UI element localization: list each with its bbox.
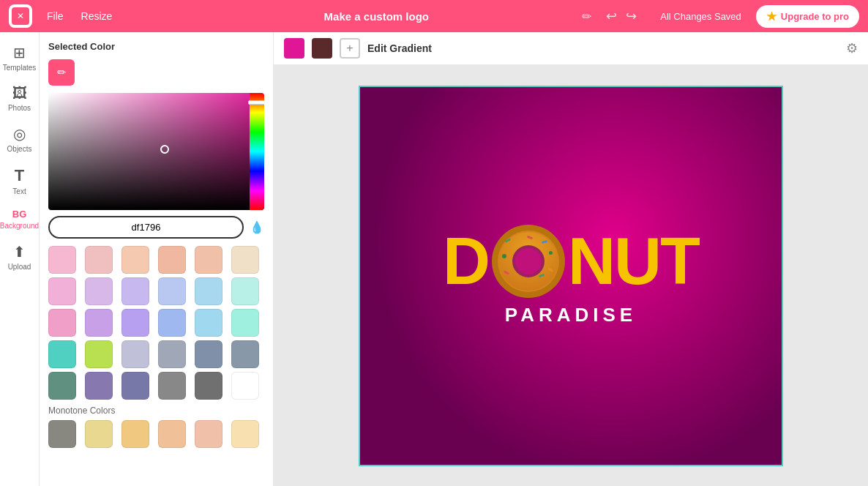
color-swatch[interactable] bbox=[158, 277, 186, 305]
logo-icon bbox=[12, 7, 29, 25]
objects-label: Objects bbox=[7, 145, 32, 153]
color-swatch[interactable] bbox=[158, 340, 186, 368]
edit-title-icon[interactable]: ✏ bbox=[582, 10, 591, 23]
color-swatch[interactable] bbox=[195, 309, 222, 337]
color-swatch[interactable] bbox=[158, 309, 186, 337]
monotone-swatch[interactable] bbox=[158, 420, 186, 448]
pencil-button[interactable]: ✏ bbox=[48, 59, 75, 86]
hue-strip[interactable] bbox=[250, 93, 264, 210]
color-panel: Selected Color ✏ 💧 Monotone Colors bbox=[40, 32, 274, 486]
color-swatch[interactable] bbox=[158, 246, 186, 274]
topbar-nav: File Resize bbox=[47, 10, 112, 22]
text-label: Text bbox=[12, 187, 26, 195]
monotone-label: Monotone Colors bbox=[48, 405, 264, 416]
donut-icon bbox=[492, 225, 565, 298]
upgrade-button[interactable]: ★ Upgrade to pro bbox=[756, 5, 859, 28]
background-label: Background bbox=[0, 222, 39, 230]
color-swatch[interactable] bbox=[195, 246, 222, 274]
color-swatch[interactable] bbox=[195, 340, 222, 368]
monotone-swatch[interactable] bbox=[85, 420, 113, 448]
sidebar-item-text[interactable]: T Text bbox=[1, 160, 38, 201]
gradient-swatch-pink[interactable] bbox=[284, 38, 304, 59]
donut-hole-inner bbox=[515, 248, 542, 274]
color-swatch[interactable] bbox=[195, 277, 222, 305]
gradient-swatch-brown[interactable] bbox=[312, 38, 332, 59]
color-picker-area[interactable] bbox=[48, 93, 264, 210]
resize-menu[interactable]: Resize bbox=[81, 10, 113, 22]
star-icon: ★ bbox=[766, 10, 777, 23]
monotone-swatch[interactable] bbox=[231, 420, 259, 448]
hue-handle[interactable] bbox=[248, 100, 264, 105]
color-swatch[interactable] bbox=[231, 246, 259, 274]
color-panel-title: Selected Color bbox=[48, 41, 264, 52]
add-icon: + bbox=[346, 42, 353, 55]
sidebar-item-photos[interactable]: 🖼 Photos bbox=[1, 79, 38, 118]
color-swatch[interactable] bbox=[48, 372, 76, 400]
donut-nut: NUT bbox=[568, 228, 699, 294]
color-swatch[interactable] bbox=[85, 340, 113, 368]
background-icon: BG bbox=[12, 209, 27, 220]
color-swatch[interactable] bbox=[158, 372, 186, 400]
sidebar-item-objects[interactable]: ◎ Objects bbox=[1, 119, 38, 159]
sidebar-item-upload[interactable]: ⬆ Upload bbox=[1, 237, 38, 277]
text-icon: T bbox=[15, 166, 24, 185]
templates-icon: ⊞ bbox=[13, 44, 26, 61]
settings-icon[interactable]: ⚙ bbox=[846, 40, 858, 56]
color-swatch[interactable] bbox=[121, 372, 149, 400]
topbar: File Resize Make a custom logo ✏ ↩ ↪ All… bbox=[0, 0, 868, 32]
color-swatches bbox=[48, 246, 264, 400]
color-swatch[interactable] bbox=[48, 340, 76, 368]
monotone-swatch[interactable] bbox=[121, 420, 149, 448]
canvas-wrapper: Use a Hex code to change colors D bbox=[274, 65, 868, 486]
objects-icon: ◎ bbox=[13, 125, 26, 143]
photos-icon: 🖼 bbox=[12, 85, 27, 102]
color-swatch[interactable] bbox=[85, 309, 113, 337]
gradient-add-button[interactable]: + bbox=[340, 38, 360, 59]
upgrade-label: Upgrade to pro bbox=[781, 11, 849, 22]
app-logo[interactable] bbox=[9, 4, 32, 28]
color-swatch[interactable] bbox=[85, 277, 113, 305]
pencil-icon: ✏ bbox=[57, 66, 67, 79]
color-swatch[interactable] bbox=[231, 372, 259, 400]
donut-logo-row: D bbox=[443, 225, 699, 298]
monotone-swatch[interactable] bbox=[195, 420, 222, 448]
color-swatch[interactable] bbox=[121, 246, 149, 274]
templates-label: Templates bbox=[3, 64, 37, 72]
undo-redo-group: ↩ ↪ bbox=[606, 8, 637, 24]
upload-label: Upload bbox=[8, 263, 31, 271]
color-swatch[interactable] bbox=[231, 277, 259, 305]
redo-button[interactable]: ↪ bbox=[626, 8, 637, 24]
eyedropper-icon[interactable]: 💧 bbox=[250, 220, 264, 234]
color-swatch[interactable] bbox=[48, 246, 76, 274]
gradient-bar: + Edit Gradient ⚙ bbox=[274, 32, 868, 65]
color-swatch[interactable] bbox=[85, 246, 113, 274]
color-swatch[interactable] bbox=[85, 372, 113, 400]
upload-icon: ⬆ bbox=[13, 243, 26, 261]
color-swatch[interactable] bbox=[48, 309, 76, 337]
color-swatch[interactable] bbox=[121, 309, 149, 337]
gradient-label: Edit Gradient bbox=[367, 42, 432, 54]
page-title: Make a custom logo bbox=[127, 10, 626, 23]
monotone-swatch[interactable] bbox=[48, 420, 76, 448]
paradise-text: PARADISE bbox=[505, 304, 637, 326]
sidebar: ⊞ Templates 🖼 Photos ◎ Objects T Text BG… bbox=[0, 32, 40, 486]
color-swatch[interactable] bbox=[231, 309, 259, 337]
sidebar-item-background[interactable]: BG Background bbox=[1, 203, 38, 236]
hex-input[interactable] bbox=[48, 216, 244, 239]
color-swatch[interactable] bbox=[121, 340, 149, 368]
color-swatch[interactable] bbox=[121, 277, 149, 305]
sprinkle-dot-1 bbox=[502, 254, 506, 258]
hex-row: 💧 bbox=[48, 216, 264, 239]
donut-d: D bbox=[443, 228, 489, 294]
canvas-area: + Edit Gradient ⚙ Use a Hex code to chan… bbox=[274, 32, 868, 486]
color-swatch[interactable] bbox=[195, 372, 222, 400]
undo-button[interactable]: ↩ bbox=[606, 8, 617, 24]
color-swatch[interactable] bbox=[231, 340, 259, 368]
color-swatch[interactable] bbox=[48, 277, 76, 305]
file-menu[interactable]: File bbox=[47, 10, 64, 22]
photos-label: Photos bbox=[8, 104, 31, 112]
monotone-swatches bbox=[48, 420, 264, 448]
saved-status: All Changes Saved bbox=[660, 11, 741, 22]
sidebar-item-templates[interactable]: ⊞ Templates bbox=[1, 38, 38, 78]
logo-canvas[interactable]: D bbox=[359, 86, 783, 466]
